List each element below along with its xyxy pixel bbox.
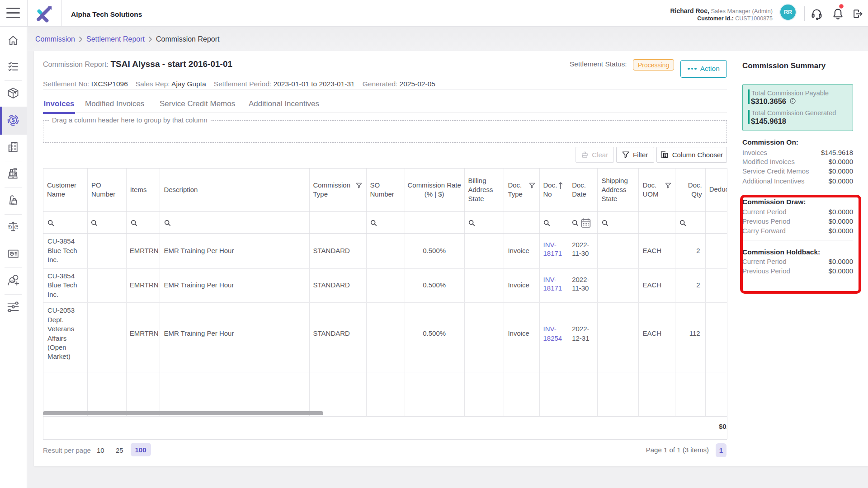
svg-text:C: C	[14, 225, 18, 230]
svg-text:$: $	[11, 117, 14, 123]
svg-text:D: D	[8, 225, 12, 230]
